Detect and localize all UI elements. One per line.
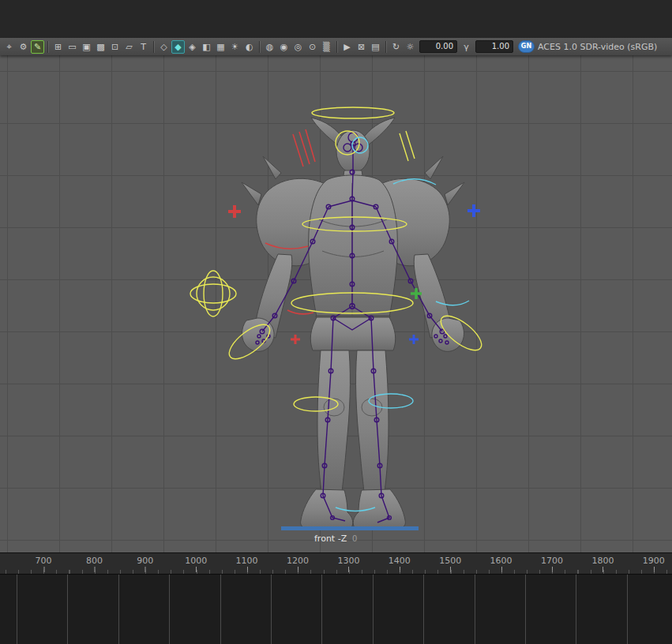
head-halo-control[interactable]	[312, 107, 394, 118]
smooth-shade-icon[interactable]: ◆	[171, 40, 185, 54]
select-camera-icon[interactable]: ⌖	[2, 40, 16, 54]
textured-icon[interactable]: ◈	[186, 40, 199, 54]
timeline-ruler[interactable]: 7008009001000110012001300140015001600170…	[0, 553, 672, 574]
snapshot-icon[interactable]: ▤	[369, 40, 382, 54]
gate-tools-group: ⊞▭▣▩⊡▱T	[51, 40, 150, 54]
toolbar-separator	[336, 41, 337, 53]
timeline-tick-label: 1900	[643, 556, 665, 566]
exposure-icon[interactable]: ☼	[404, 40, 417, 54]
leg-right[interactable]	[356, 350, 389, 492]
wireframe-icon[interactable]: ◇	[157, 40, 171, 54]
timeline-tick-label: 1700	[541, 556, 563, 566]
toolbar-separator	[47, 41, 48, 53]
timeline-tick-label: 1300	[337, 556, 359, 566]
pauldron-right-spike-b[interactable]	[445, 182, 464, 205]
timeline-tick-label: 1000	[185, 556, 207, 566]
pauldron-left-spike-a[interactable]	[263, 156, 281, 179]
top-strip	[0, 0, 672, 39]
shading-tools-group: ◇◆◈◧▦☀◐	[157, 40, 256, 54]
timeline-tick-label: 900	[137, 556, 153, 566]
timeline-tick-label: 1800	[591, 556, 614, 566]
color-space-label: ACES 1.0 SDR-video (sRGB)	[538, 42, 657, 52]
viewport-canvas[interactable]: front -Z 0	[0, 55, 672, 552]
fog-icon[interactable]: ▒	[320, 40, 333, 54]
post-effects-group: ◍◉◎⊙▒	[263, 40, 333, 54]
shadows-icon[interactable]: ◐	[242, 40, 256, 54]
gate-mask-icon[interactable]: ▩	[94, 40, 107, 54]
grid-origin-label: 0	[352, 534, 357, 543]
timeline-tick-label: 700	[36, 556, 52, 566]
field-chart-icon[interactable]: ⊡	[108, 40, 122, 54]
right-shoulder-plus-control[interactable]	[467, 204, 480, 217]
right-hip-plus-control[interactable]	[409, 335, 419, 344]
viewport-scene: front -Z 0	[0, 55, 672, 552]
exposure-field[interactable]: 0.00	[419, 40, 457, 53]
depth-of-field-icon[interactable]: ⊙	[306, 40, 319, 54]
viewport-toolbar: ⌖⚙✎ ⊞▭▣▩⊡▱T ◇◆◈◧▦☀◐ ◍◉◎⊙▒ ▶⊠▤ ↻ ☼ 0.00 γ…	[0, 38, 672, 55]
yellow-tweak-lines-right[interactable]	[400, 131, 415, 161]
refresh-icon[interactable]: ↻	[389, 40, 403, 54]
toolbar-separator	[259, 41, 260, 53]
safe-title-icon[interactable]: T	[137, 40, 150, 54]
selected-ground-control[interactable]	[281, 526, 419, 530]
left-shoulder-plus-control[interactable]	[228, 205, 241, 218]
red-tweak-lines-left[interactable]	[293, 129, 315, 167]
timeline-tick-label: 1200	[287, 556, 309, 566]
film-gate-icon[interactable]: ▭	[66, 40, 79, 54]
maya-window: ⌖⚙✎ ⊞▭▣▩⊡▱T ◇◆◈◧▦☀◐ ◍◉◎⊙▒ ▶⊠▤ ↻ ☼ 0.00 γ…	[0, 0, 672, 644]
timeline-tick-label: 1500	[439, 556, 461, 566]
safe-action-icon[interactable]: ▱	[122, 40, 136, 54]
camera-tools-group: ⌖⚙✎	[2, 40, 44, 54]
misc-tools-group: ▶⊠▤	[340, 40, 382, 54]
anti-aliasing-icon[interactable]: ◎	[291, 40, 305, 54]
timeline-tick-label: 800	[86, 556, 103, 566]
left-hip-plus-control[interactable]	[291, 335, 300, 344]
timeline-tick-label: 1400	[389, 556, 411, 566]
tassets[interactable]	[310, 317, 395, 350]
wireframe-on-shaded-icon[interactable]: ◧	[200, 40, 213, 54]
leg-left[interactable]	[317, 350, 350, 492]
grid-toggle-icon[interactable]: ⊞	[51, 40, 65, 54]
pauldron-right-spike-a[interactable]	[425, 156, 443, 179]
timeline-tick-label: 1100	[236, 556, 258, 566]
toolbar-separator	[385, 41, 386, 53]
isolate-select-icon[interactable]: ▶	[340, 40, 354, 54]
pauldron-left-spike-b[interactable]	[242, 182, 261, 205]
camera-label: front -Z	[314, 534, 347, 544]
gamma-field[interactable]: 1.00	[475, 40, 513, 53]
boot-left[interactable]	[301, 489, 353, 529]
grease-pencil-icon[interactable]: ✎	[31, 40, 44, 54]
use-all-lights-icon[interactable]: ☀	[228, 40, 242, 54]
toolbar-separator	[153, 41, 154, 53]
left-orbit-control[interactable]	[190, 271, 236, 316]
resolution-gate-icon[interactable]: ▣	[80, 40, 93, 54]
timeline-tick-label: 1600	[490, 556, 512, 566]
timeline: 7008009001000110012001300140015001600170…	[0, 552, 672, 644]
view-transform-badge[interactable]: GN	[518, 40, 535, 53]
camera-attributes-icon[interactable]: ⚙	[17, 40, 30, 54]
gamma-icon[interactable]: γ	[460, 40, 473, 54]
x-ray-icon[interactable]: ⊠	[355, 40, 368, 54]
checker-icon[interactable]: ▦	[214, 40, 227, 54]
screen-space-ao-icon[interactable]: ◍	[263, 40, 276, 54]
timeline-strip[interactable]	[0, 574, 672, 644]
motion-blur-icon[interactable]: ◉	[277, 40, 291, 54]
